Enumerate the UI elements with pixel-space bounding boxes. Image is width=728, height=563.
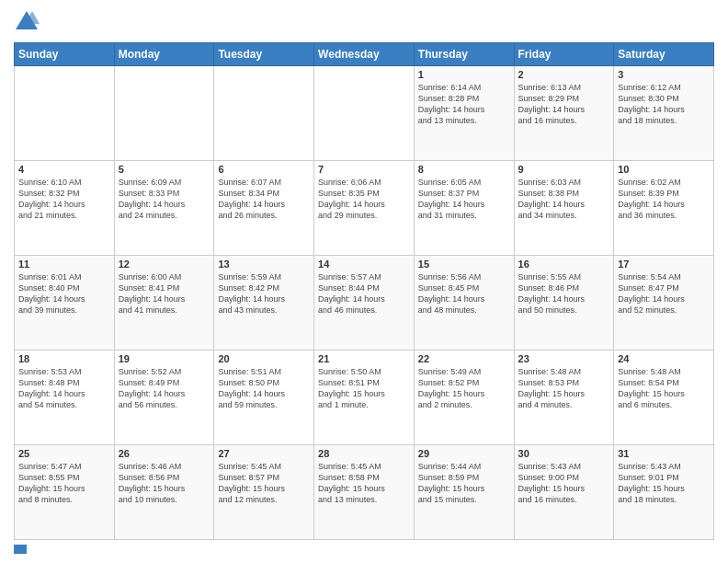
week-row-4: 25Sunrise: 5:47 AM Sunset: 8:55 PM Dayli…	[15, 445, 714, 540]
day-number: 6	[218, 164, 310, 175]
day-info: Sunrise: 5:51 AM Sunset: 8:50 PM Dayligh…	[218, 366, 310, 411]
day-info: Sunrise: 6:07 AM Sunset: 8:34 PM Dayligh…	[218, 177, 310, 222]
day-info: Sunrise: 5:56 AM Sunset: 8:45 PM Dayligh…	[418, 271, 510, 316]
day-number: 1	[418, 69, 510, 80]
day-info: Sunrise: 5:44 AM Sunset: 8:59 PM Dayligh…	[418, 461, 510, 506]
day-number: 11	[18, 259, 110, 270]
day-info: Sunrise: 6:01 AM Sunset: 8:40 PM Dayligh…	[18, 271, 110, 316]
calendar-cell: 30Sunrise: 5:43 AM Sunset: 9:00 PM Dayli…	[514, 445, 614, 540]
day-number: 8	[418, 164, 510, 175]
week-row-1: 4Sunrise: 6:10 AM Sunset: 8:32 PM Daylig…	[15, 161, 714, 256]
day-info: Sunrise: 5:46 AM Sunset: 8:56 PM Dayligh…	[119, 461, 210, 506]
day-number: 16	[518, 259, 610, 270]
day-number: 22	[418, 353, 510, 364]
calendar-cell: 28Sunrise: 5:45 AM Sunset: 8:58 PM Dayli…	[314, 445, 415, 540]
day-info: Sunrise: 5:57 AM Sunset: 8:44 PM Dayligh…	[318, 271, 410, 316]
calendar-cell: 11Sunrise: 6:01 AM Sunset: 8:40 PM Dayli…	[15, 256, 115, 350]
legend-bar	[14, 545, 27, 554]
calendar-cell: 16Sunrise: 5:55 AM Sunset: 8:46 PM Dayli…	[514, 256, 614, 350]
calendar-cell: 18Sunrise: 5:53 AM Sunset: 8:48 PM Dayli…	[15, 350, 115, 445]
weekday-header-tuesday: Tuesday	[214, 43, 314, 66]
day-number: 9	[518, 164, 610, 175]
logo	[14, 9, 43, 35]
day-info: Sunrise: 5:43 AM Sunset: 9:00 PM Dayligh…	[518, 461, 610, 506]
weekday-header-friday: Friday	[514, 43, 614, 66]
calendar-cell: 2Sunrise: 6:13 AM Sunset: 8:29 PM Daylig…	[514, 66, 614, 161]
day-info: Sunrise: 5:45 AM Sunset: 8:57 PM Dayligh…	[218, 461, 310, 506]
calendar-cell	[114, 66, 214, 161]
day-number: 4	[18, 164, 110, 175]
day-number: 23	[518, 353, 610, 364]
calendar-cell: 22Sunrise: 5:49 AM Sunset: 8:52 PM Dayli…	[414, 350, 514, 445]
day-number: 17	[618, 259, 710, 270]
calendar-cell: 26Sunrise: 5:46 AM Sunset: 8:56 PM Dayli…	[114, 445, 214, 540]
day-info: Sunrise: 5:54 AM Sunset: 8:47 PM Dayligh…	[618, 271, 710, 316]
calendar-cell: 17Sunrise: 5:54 AM Sunset: 8:47 PM Dayli…	[614, 256, 714, 350]
calendar-cell: 20Sunrise: 5:51 AM Sunset: 8:50 PM Dayli…	[214, 350, 314, 445]
calendar-cell	[15, 66, 115, 161]
calendar-cell: 27Sunrise: 5:45 AM Sunset: 8:57 PM Dayli…	[214, 445, 314, 540]
day-number: 15	[418, 259, 510, 270]
calendar-cell: 1Sunrise: 6:14 AM Sunset: 8:28 PM Daylig…	[414, 66, 514, 161]
day-number: 12	[119, 259, 210, 270]
weekday-header-wednesday: Wednesday	[314, 43, 415, 66]
day-info: Sunrise: 5:55 AM Sunset: 8:46 PM Dayligh…	[518, 271, 610, 316]
day-number: 26	[119, 448, 210, 459]
day-info: Sunrise: 5:48 AM Sunset: 8:54 PM Dayligh…	[618, 366, 710, 411]
day-number: 14	[318, 259, 410, 270]
weekday-header-thursday: Thursday	[414, 43, 514, 66]
calendar-table: SundayMondayTuesdayWednesdayThursdayFrid…	[14, 42, 714, 540]
day-number: 27	[218, 448, 310, 459]
weekday-row: SundayMondayTuesdayWednesdayThursdayFrid…	[15, 43, 714, 66]
calendar-cell: 14Sunrise: 5:57 AM Sunset: 8:44 PM Dayli…	[314, 256, 415, 350]
day-number: 10	[618, 164, 710, 175]
day-info: Sunrise: 6:03 AM Sunset: 8:38 PM Dayligh…	[518, 177, 610, 222]
calendar-cell: 8Sunrise: 6:05 AM Sunset: 8:37 PM Daylig…	[414, 161, 514, 256]
page: SundayMondayTuesdayWednesdayThursdayFrid…	[0, 0, 728, 563]
day-info: Sunrise: 5:59 AM Sunset: 8:42 PM Dayligh…	[218, 271, 310, 316]
calendar-cell: 6Sunrise: 6:07 AM Sunset: 8:34 PM Daylig…	[214, 161, 314, 256]
calendar-cell: 25Sunrise: 5:47 AM Sunset: 8:55 PM Dayli…	[15, 445, 115, 540]
calendar-cell: 19Sunrise: 5:52 AM Sunset: 8:49 PM Dayli…	[114, 350, 214, 445]
calendar-cell: 7Sunrise: 6:06 AM Sunset: 8:35 PM Daylig…	[314, 161, 415, 256]
day-info: Sunrise: 6:10 AM Sunset: 8:32 PM Dayligh…	[18, 177, 110, 222]
day-info: Sunrise: 5:47 AM Sunset: 8:55 PM Dayligh…	[18, 461, 110, 506]
weekday-header-saturday: Saturday	[614, 43, 714, 66]
day-number: 13	[218, 259, 310, 270]
day-number: 25	[18, 448, 110, 459]
day-info: Sunrise: 5:52 AM Sunset: 8:49 PM Dayligh…	[119, 366, 210, 411]
day-number: 21	[318, 353, 410, 364]
day-number: 18	[18, 353, 110, 364]
calendar-cell: 21Sunrise: 5:50 AM Sunset: 8:51 PM Dayli…	[314, 350, 415, 445]
calendar-body: 1Sunrise: 6:14 AM Sunset: 8:28 PM Daylig…	[15, 66, 714, 540]
day-number: 7	[318, 164, 410, 175]
calendar-cell: 3Sunrise: 6:12 AM Sunset: 8:30 PM Daylig…	[614, 66, 714, 161]
day-info: Sunrise: 6:09 AM Sunset: 8:33 PM Dayligh…	[119, 177, 210, 222]
day-number: 29	[418, 448, 510, 459]
day-number: 5	[119, 164, 210, 175]
calendar-cell: 5Sunrise: 6:09 AM Sunset: 8:33 PM Daylig…	[114, 161, 214, 256]
week-row-3: 18Sunrise: 5:53 AM Sunset: 8:48 PM Dayli…	[15, 350, 714, 445]
logo-icon	[14, 9, 40, 35]
day-number: 2	[518, 69, 610, 80]
day-info: Sunrise: 6:02 AM Sunset: 8:39 PM Dayligh…	[618, 177, 710, 222]
calendar-header: SundayMondayTuesdayWednesdayThursdayFrid…	[15, 43, 714, 66]
calendar-cell: 31Sunrise: 5:43 AM Sunset: 9:01 PM Dayli…	[614, 445, 714, 540]
calendar-cell: 13Sunrise: 5:59 AM Sunset: 8:42 PM Dayli…	[214, 256, 314, 350]
day-number: 20	[218, 353, 310, 364]
week-row-2: 11Sunrise: 6:01 AM Sunset: 8:40 PM Dayli…	[15, 256, 714, 350]
day-number: 24	[618, 353, 710, 364]
day-number: 3	[618, 69, 710, 80]
day-number: 31	[618, 448, 710, 459]
day-number: 19	[119, 353, 210, 364]
day-number: 28	[318, 448, 410, 459]
week-row-0: 1Sunrise: 6:14 AM Sunset: 8:28 PM Daylig…	[15, 66, 714, 161]
calendar-cell	[314, 66, 415, 161]
day-info: Sunrise: 5:50 AM Sunset: 8:51 PM Dayligh…	[318, 366, 410, 411]
day-info: Sunrise: 5:48 AM Sunset: 8:53 PM Dayligh…	[518, 366, 610, 411]
calendar-cell: 15Sunrise: 5:56 AM Sunset: 8:45 PM Dayli…	[414, 256, 514, 350]
day-info: Sunrise: 6:13 AM Sunset: 8:29 PM Dayligh…	[518, 82, 610, 127]
day-info: Sunrise: 5:45 AM Sunset: 8:58 PM Dayligh…	[318, 461, 410, 506]
day-info: Sunrise: 6:06 AM Sunset: 8:35 PM Dayligh…	[318, 177, 410, 222]
calendar-cell: 24Sunrise: 5:48 AM Sunset: 8:54 PM Dayli…	[614, 350, 714, 445]
